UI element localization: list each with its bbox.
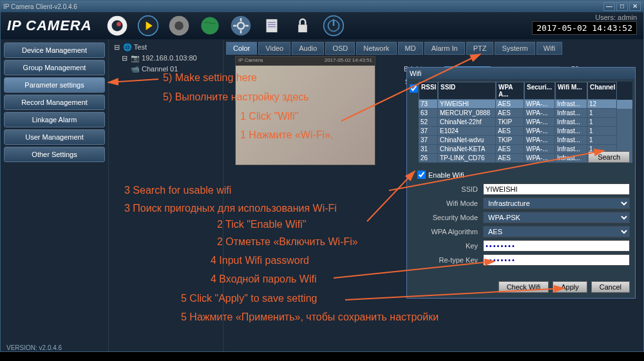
wifi-row[interactable]: 52ChinaNet-22hfTKIPWPA-...Infrast...1: [419, 118, 632, 127]
wifi-row[interactable]: 73YIWEISHIAESWPA-...Infrast...12: [419, 100, 632, 109]
play-icon[interactable]: [136, 14, 160, 38]
camera-icon[interactable]: [105, 14, 129, 38]
algo-label: WPA Algorithm: [412, 228, 483, 236]
window-title: IP Camera Client-v2.0.4.6: [3, 3, 77, 10]
wifi-row[interactable]: 63MERCURY_0888AESWPA-...Infrast...1: [419, 109, 632, 118]
key-label: Key: [412, 242, 483, 250]
tab-audio[interactable]: Audio: [292, 42, 324, 55]
tab-osd[interactable]: OSD: [325, 42, 355, 55]
wifi-cell: 73: [419, 100, 438, 109]
rekey-label: Re-type Key: [412, 256, 483, 264]
svg-rect-18: [298, 24, 307, 32]
wifi-cell: 37: [419, 136, 438, 145]
apply-button[interactable]: Apply: [553, 281, 587, 293]
wifi-cell: 12: [587, 100, 617, 109]
search-button[interactable]: Search: [588, 151, 630, 163]
enable-wifi-checkbox[interactable]: [417, 171, 426, 179]
col-header[interactable]: Wifi M...: [555, 82, 587, 100]
wifi-cell: 1: [587, 109, 617, 118]
version-label: VERSION: v2.0.4.6: [6, 344, 62, 351]
sidebar-user-mgmt[interactable]: User Management: [4, 129, 105, 145]
wifi-cell: TKIP: [496, 118, 524, 127]
tab-wifi[interactable]: Wifi: [536, 42, 562, 55]
wifi-row[interactable]: 37E1024AESWPA-...Infrast...1: [419, 127, 632, 136]
camera-preview: IP Camera2017-05-02 14:43:51: [235, 56, 375, 165]
wifi-cell: Infrast...: [555, 118, 587, 127]
tab-color[interactable]: Color: [226, 42, 257, 55]
tree-root[interactable]: ⊟🌐 Test: [111, 42, 220, 53]
tab-network[interactable]: Network: [356, 42, 396, 55]
tab-bar: Color Video Audio OSD Network MD Alarm I…: [223, 39, 643, 55]
cancel-button[interactable]: Cancel: [591, 281, 630, 293]
wifi-cell: Infrast...: [555, 127, 587, 136]
close-icon[interactable]: ✕: [629, 2, 641, 11]
sidebar-record-mgmt[interactable]: Record Management: [4, 95, 105, 110]
header: IP CAMERA Users: admin 2017-05-02 14:43:…: [1, 12, 643, 39]
wifi-cell: 1: [587, 118, 617, 127]
wifi-cell: ChinaNet-wdvu: [438, 136, 496, 145]
titlebar: IP Camera Client-v2.0.4.6 — □ ✕: [1, 1, 643, 12]
wifi-cell: TP-LINK_CD76: [438, 154, 496, 163]
logo: IP CAMERA: [7, 17, 92, 34]
tab-system[interactable]: Systerm: [495, 42, 535, 55]
wifi-cell: AES: [496, 145, 524, 154]
wifi-cell: Infrast...: [555, 154, 587, 163]
wifi-cell: ChinaNet-KETA: [438, 145, 496, 154]
record-icon[interactable]: [167, 14, 191, 38]
sidebar-param-settings[interactable]: Parameter settings: [4, 77, 105, 93]
rekey-input[interactable]: [483, 254, 630, 266]
wifi-cell: 52: [419, 118, 438, 127]
wifi-cell: AES: [496, 100, 524, 109]
col-header[interactable]: WPA A...: [496, 82, 524, 100]
sidebar-other-settings[interactable]: Other Settings: [4, 147, 105, 162]
power-icon[interactable]: [321, 14, 346, 38]
col-header[interactable]: RSSI: [419, 82, 438, 100]
sidebar-group-mgmt[interactable]: Group Management: [4, 60, 105, 75]
device-tree: ⊟🌐 Test ⊟📷 192.168.0.103:80 📹 Channel 01: [109, 39, 223, 351]
maximize-icon[interactable]: □: [616, 2, 628, 11]
wifi-cell: 1: [587, 136, 617, 145]
sidebar-linkage-alarm[interactable]: Linkage Alarm: [4, 112, 105, 127]
tab-ptz[interactable]: PTZ: [466, 42, 494, 55]
preview-stamp: 2017-05-02 14:43:51: [325, 57, 372, 65]
tree-ip[interactable]: ⊟📷 192.168.0.103:80: [111, 53, 220, 64]
globe-icon[interactable]: [198, 14, 222, 38]
wifi-cell: Infrast...: [555, 109, 587, 118]
minimize-icon[interactable]: —: [603, 2, 615, 11]
wifi-cell: 63: [419, 109, 438, 118]
minus-icon: ⊟: [122, 54, 129, 62]
wifi-title: Wifi: [410, 69, 421, 77]
wifi-cell: E1024: [438, 127, 496, 136]
preview-title: IP Camera: [238, 57, 263, 65]
col-header[interactable]: SSID: [438, 82, 496, 100]
wifi-cell: Infrast...: [555, 145, 587, 154]
wifi-cell: ChinaNet-22hf: [438, 118, 496, 127]
col-header[interactable]: Channel: [587, 82, 617, 100]
algo-select[interactable]: AES: [483, 226, 630, 237]
tab-alarm-in[interactable]: Alarm In: [424, 42, 465, 55]
tree-channel[interactable]: 📹 Channel 01: [111, 64, 220, 75]
wifi-cell: Infrast...: [555, 136, 587, 145]
sidebar: Device Management Group Management Param…: [1, 39, 109, 351]
wifi-cell: WPA-...: [524, 136, 555, 145]
tab-video[interactable]: Video: [258, 42, 290, 55]
check-wifi-button[interactable]: Check Wifi: [498, 281, 549, 293]
wifi-cell: Infrast...: [555, 100, 587, 109]
svg-point-7: [201, 17, 218, 34]
lock-icon[interactable]: [290, 14, 315, 38]
key-input[interactable]: [483, 240, 630, 252]
settings-gear-icon[interactable]: [229, 14, 253, 38]
mode-select[interactable]: Infrastructure: [483, 198, 630, 209]
tab-md[interactable]: MD: [398, 42, 423, 55]
wifi-cell: AES: [496, 154, 524, 163]
col-header[interactable]: Securi...: [524, 82, 555, 100]
ssid-label: SSID: [412, 185, 483, 193]
sidebar-device-mgmt[interactable]: Device Management: [4, 42, 105, 58]
wifi-panel: Wifi RSSISSIDWPA A...Securi...Wifi M...C…: [406, 67, 636, 299]
ssid-input[interactable]: [483, 183, 630, 195]
wifi-list-checkbox[interactable]: [410, 84, 418, 93]
sec-select[interactable]: WPA-PSK: [483, 212, 630, 223]
wifi-row[interactable]: 37ChinaNet-wdvuTKIPWPA-...Infrast...1: [419, 136, 632, 145]
wifi-cell: YIWEISHI: [438, 100, 496, 109]
log-icon[interactable]: [260, 14, 284, 38]
